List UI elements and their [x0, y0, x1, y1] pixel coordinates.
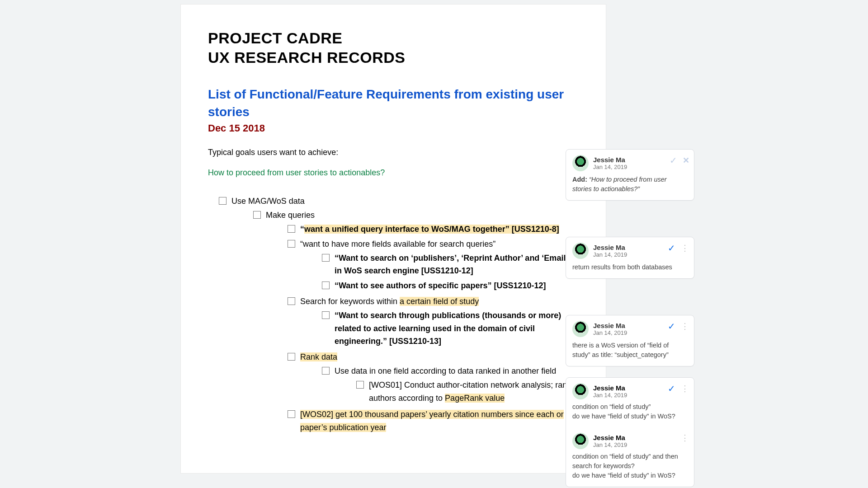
comment-body: condition on “field of study” and then s… [572, 452, 688, 480]
comment-line: condition on “field of study” and then s… [572, 452, 688, 471]
highlighted-text: [WOS02] get 100 thousand papers’ yearly … [300, 410, 564, 419]
avatar [572, 155, 589, 171]
more-icon[interactable]: ⋮ [681, 243, 689, 253]
comment-line: condition on “field of study” [572, 402, 688, 412]
list-item[interactable]: “Want to see authors of specific papers”… [322, 278, 579, 293]
doc-title-line1: PROJECT CADRE [208, 29, 579, 47]
highlighted-text: a certain field of study [400, 297, 479, 306]
more-icon[interactable]: ⋮ [681, 384, 689, 394]
list-item[interactable]: Use data in one field according to data … [322, 364, 579, 406]
comment-card[interactable]: ✓ ⋮ Jessie Ma Jan 14, 2019 there is a Wo… [566, 315, 694, 366]
check-icon[interactable]: ✓ [670, 155, 677, 166]
doc-intro: Typical goals users want to achieve: [208, 148, 579, 157]
check-icon[interactable]: ✓ [668, 383, 675, 394]
doc-proceed-link[interactable]: How to proceed from user stories to acti… [208, 168, 579, 178]
list-item[interactable]: “Want to search on ‘publishers’, ‘Reprin… [322, 251, 579, 279]
doc-date: Dec 15 2018 [208, 122, 579, 134]
comment-label: Add: [572, 176, 587, 183]
comment-author: Jessie Ma [593, 434, 627, 441]
comment-line: do we have “field of study” in WoS? [572, 471, 688, 480]
list-item[interactable]: Make queries “want a unified query inter… [253, 208, 579, 436]
list-item-label: Make queries [266, 211, 315, 220]
highlighted-text: PageRank value [445, 394, 505, 403]
checklist-tree: Use MAG/WoS data Make queries “want a un… [208, 194, 579, 437]
highlighted-text: want a unified query interface to WoS/MA… [304, 225, 559, 234]
highlighted-text: Rank data [300, 352, 337, 361]
comment-body: there is a WoS version of “field of stud… [572, 341, 688, 360]
avatar [572, 383, 589, 399]
list-item-label: Use MAG/WoS data [231, 197, 305, 206]
avatar [572, 433, 589, 449]
comment-author: Jessie Ma [593, 322, 627, 329]
check-icon[interactable]: ✓ [668, 321, 675, 332]
close-icon[interactable]: ✕ [683, 155, 689, 165]
comment-date: Jan 14, 2019 [593, 392, 627, 399]
comment-thread[interactable]: ✓ ⋮ Jessie Ma Jan 14, 2019 condition on … [566, 377, 694, 487]
comments-column: ✓ ✕ Jessie Ma Jan 14, 2019 Add: “How to … [566, 149, 694, 488]
comment-body: Add: “How to proceed from user stories t… [572, 175, 688, 194]
list-item[interactable]: “Want to search through publications (th… [322, 308, 579, 349]
more-icon[interactable]: ⋮ [681, 321, 689, 331]
comment-date: Jan 14, 2019 [593, 164, 627, 170]
list-item[interactable]: Rank data Use data in one field accordin… [288, 350, 579, 407]
comment-date: Jan 14, 2019 [593, 251, 627, 258]
comment-line: do we have “field of study” in WoS? [572, 412, 688, 421]
more-icon[interactable]: ⋮ [681, 433, 689, 443]
list-item-label: Use data in one field according to data … [335, 366, 556, 375]
document: PROJECT CADRE UX RESEARCH RECORDS List o… [181, 5, 606, 473]
comment-card[interactable]: ✓ ✕ Jessie Ma Jan 14, 2019 Add: “How to … [566, 149, 694, 201]
doc-subtitle: List of Functional/Feature Requirements … [208, 85, 579, 121]
list-item[interactable]: Use MAG/WoS data Make queries “want a un… [219, 194, 579, 437]
comment-date: Jan 14, 2019 [593, 329, 627, 336]
text: “ [300, 225, 304, 234]
list-item-label: “Want to search through publications (th… [335, 311, 561, 346]
comment-card[interactable]: ✓ ⋮ Jessie Ma Jan 14, 2019 return result… [566, 237, 694, 279]
list-item-label: “Want to see authors of specific papers”… [335, 281, 546, 290]
list-item[interactable]: [WOS01] Conduct author-citation network … [356, 378, 579, 406]
doc-title-line2: UX RESEARCH RECORDS [208, 49, 579, 66]
text: Search for keywords within [300, 297, 400, 306]
avatar [572, 321, 589, 337]
list-item-label: “want to have more fields available for … [300, 239, 495, 249]
comment-author: Jessie Ma [593, 384, 627, 392]
avatar [572, 243, 589, 259]
comment-author: Jessie Ma [593, 156, 627, 164]
comment-date: Jan 14, 2019 [593, 441, 627, 448]
list-item[interactable]: [WOS02] get 100 thousand papers’ yearly … [288, 407, 579, 435]
list-item[interactable]: “want a unified query interface to WoS/M… [288, 222, 579, 237]
comment-author: Jessie Ma [593, 244, 627, 251]
list-item[interactable]: Search for keywords within a certain fie… [288, 294, 579, 350]
comment-body: return results from both databases [572, 263, 688, 272]
check-icon[interactable]: ✓ [668, 243, 675, 253]
list-item[interactable]: “want to have more fields available for … [288, 237, 579, 294]
comment-body: condition on “field of study” do we have… [572, 402, 688, 421]
list-item-label: “Want to search on ‘publishers’, ‘Reprin… [335, 253, 574, 276]
